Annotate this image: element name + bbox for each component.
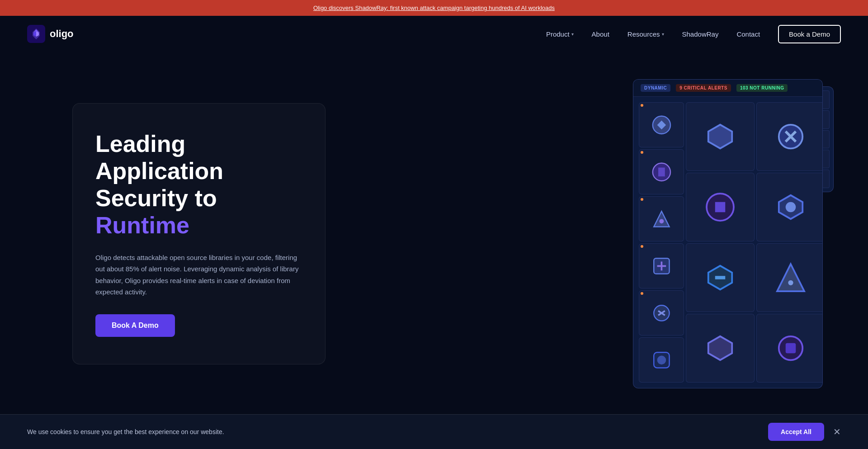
grid-cell — [686, 102, 755, 171]
grid-cell — [756, 173, 823, 241]
banner-link[interactable]: Oligo discovers ShadowRay: first known a… — [313, 5, 555, 11]
grid-cell — [756, 102, 823, 171]
svg-point-18 — [788, 280, 793, 285]
hero-visual: DYNAMIC 9 CRITICAL ALERTS 103 NOT RUNNIN… — [633, 79, 823, 388]
svg-marker-17 — [777, 264, 804, 291]
dashboard-header: DYNAMIC 9 CRITICAL ALERTS 103 NOT RUNNIN… — [633, 80, 822, 97]
nav-resources[interactable]: Resources ▾ — [620, 27, 671, 42]
nav-contact[interactable]: Contact — [729, 27, 767, 42]
nav-about[interactable]: About — [585, 27, 617, 42]
logo-link[interactable]: oligo — [27, 25, 74, 43]
warning-dot — [641, 151, 643, 154]
announcement-banner: Oligo discovers ShadowRay: first known a… — [0, 0, 868, 16]
nav-shadowray[interactable]: ShadowRay — [675, 27, 726, 42]
main-nav: oligo Product ▾ About Resources ▾ Shadow… — [0, 16, 868, 52]
grid-cell — [686, 314, 755, 383]
chevron-down-icon: ▾ — [571, 32, 574, 37]
badge-critical: 9 CRITICAL ALERTS — [676, 84, 731, 92]
cookie-accept-button[interactable]: Accept All — [768, 423, 824, 441]
svg-point-8 — [657, 355, 666, 364]
svg-rect-13 — [715, 202, 726, 213]
grid-cell — [639, 149, 684, 194]
svg-point-14 — [786, 202, 796, 213]
grid-cell — [639, 196, 684, 241]
warning-dot — [641, 104, 643, 107]
grid-container — [633, 97, 822, 388]
hero-description: Oligo detects attackable open source lib… — [95, 252, 302, 298]
hero-content: Leading Application Security to Runtime … — [72, 103, 326, 364]
cookie-banner: We use cookies to ensure you get the bes… — [0, 414, 868, 449]
cookie-actions: Accept All ✕ — [768, 423, 841, 441]
dashboard-card-front: DYNAMIC 9 CRITICAL ALERTS 103 NOT RUNNIN… — [633, 79, 823, 388]
nav-links: Product ▾ About Resources ▾ ShadowRay Co… — [539, 25, 841, 43]
grid-cell — [639, 337, 684, 383]
svg-point-4 — [659, 219, 664, 223]
cookie-close-button[interactable]: ✕ — [833, 426, 841, 437]
logo-icon — [27, 25, 45, 43]
grid-cell — [756, 243, 823, 312]
warning-dot — [641, 292, 643, 295]
badge-not-running: 103 NOT RUNNING — [736, 84, 788, 92]
chevron-down-icon: ▾ — [662, 32, 664, 37]
grid-cell — [639, 102, 684, 147]
warning-dot — [641, 198, 643, 201]
nav-product[interactable]: Product ▾ — [539, 27, 581, 42]
logo-text: oligo — [50, 28, 74, 40]
svg-rect-22 — [786, 343, 796, 354]
warning-dot — [641, 245, 643, 248]
grid-column-right — [686, 102, 817, 383]
grid-column-left — [639, 102, 684, 383]
hero-title: Leading Application Security to Runtime — [95, 131, 302, 239]
grid-cell — [639, 290, 684, 336]
grid-cell — [639, 243, 684, 288]
cookie-text: We use cookies to ensure you get the bes… — [27, 428, 224, 435]
grid-cell — [686, 173, 755, 241]
hero-cta-button[interactable]: Book A Demo — [95, 314, 175, 337]
nav-book-demo-button[interactable]: Book a Demo — [778, 25, 841, 43]
badge-dynamic: DYNAMIC — [641, 84, 670, 92]
grid-cell — [756, 314, 823, 383]
grid-cell — [686, 243, 755, 312]
hero-section: Leading Application Security to Runtime … — [0, 52, 868, 406]
